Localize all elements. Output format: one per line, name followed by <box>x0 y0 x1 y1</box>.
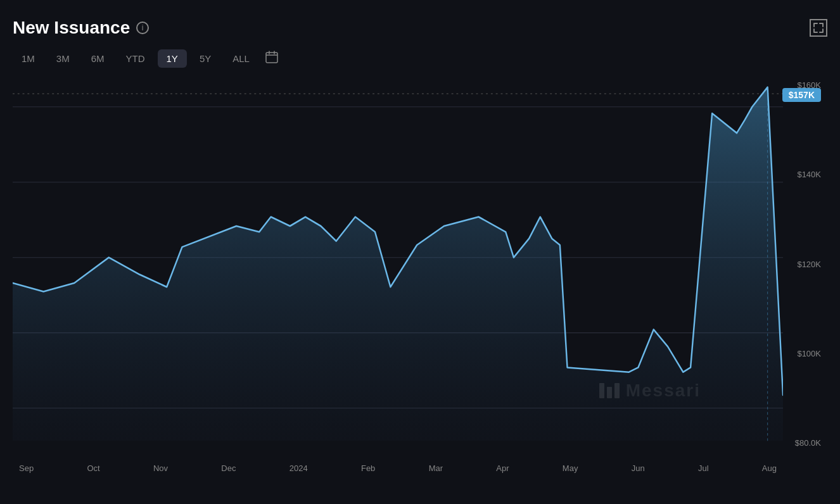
x-label-2024: 2024 <box>290 463 308 473</box>
y-label-100: $100K <box>795 349 821 358</box>
filter-ytd[interactable]: YTD <box>117 49 154 68</box>
chart-title: New Issuance <box>13 18 130 38</box>
x-label-dec: Dec <box>221 463 236 473</box>
expand-icon[interactable] <box>810 19 827 37</box>
filter-1m[interactable]: 1M <box>13 49 44 68</box>
x-label-aug: Aug <box>762 463 777 473</box>
svg-rect-0 <box>266 53 277 63</box>
svg-rect-10 <box>599 383 604 398</box>
calendar-icon[interactable] <box>265 50 279 67</box>
filter-1y[interactable]: 1Y <box>158 49 187 68</box>
y-label-120: $120K <box>795 260 821 269</box>
x-label-feb: Feb <box>361 463 375 473</box>
y-axis-labels: $160K $140K $120K $100K $80.0K <box>795 74 821 454</box>
filter-3m[interactable]: 3M <box>48 49 79 68</box>
filter-5y[interactable]: 5Y <box>191 49 220 68</box>
y-label-140: $140K <box>795 170 821 179</box>
current-value-badge: $157K <box>782 88 821 102</box>
header-row: New Issuance i <box>13 18 827 38</box>
y-label-80: $80.0K <box>795 438 821 448</box>
svg-rect-12 <box>614 383 620 398</box>
messari-watermark: Messari <box>597 378 701 403</box>
time-filters: 1M 3M 6M YTD 1Y 5Y ALL <box>13 49 827 68</box>
x-label-nov: Nov <box>153 463 168 473</box>
title-group: New Issuance i <box>13 18 149 38</box>
filter-6m[interactable]: 6M <box>82 49 113 68</box>
svg-rect-11 <box>607 387 612 398</box>
chart-container: New Issuance i 1M 3M 6M YTD 1Y 5Y ALL <box>0 0 840 504</box>
x-label-jun: Jun <box>632 463 645 473</box>
x-label-oct: Oct <box>87 463 99 473</box>
x-label-sep: Sep <box>19 463 34 473</box>
info-icon[interactable]: i <box>136 22 149 34</box>
x-label-apr: Apr <box>496 463 509 473</box>
x-label-mar: Mar <box>429 463 443 473</box>
chart-area: $160K $140K $120K $100K $80.0K $157K Mes… <box>13 74 827 454</box>
x-label-jul: Jul <box>698 463 709 473</box>
filter-all[interactable]: ALL <box>224 49 258 68</box>
x-label-may: May <box>563 463 578 473</box>
x-axis-labels: Sep Oct Nov Dec 2024 Feb Mar Apr May Jun… <box>13 463 783 473</box>
